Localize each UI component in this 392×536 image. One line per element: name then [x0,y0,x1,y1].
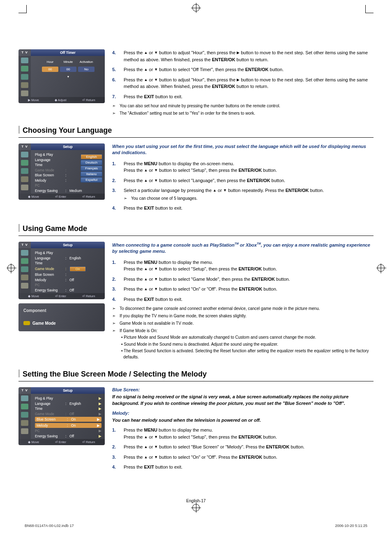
osd-menu-icon [21,90,28,96]
osd-setup-blue: T VSetup Plug & Play▶ Language:English▶ … [18,387,105,445]
timer-val: 00 [60,67,76,72]
step-number: 5. [112,66,118,73]
step-number: 4. [112,205,118,212]
step-text: Press the MENU button to display the men… [124,259,277,273]
note-text: If you display the TV menu in Game mode,… [120,313,247,319]
step-text: Press the ▲ or ▼ button to select "On" o… [124,454,277,461]
osd-menu-icon [21,58,28,63]
osd-setup-language: T VSetup Plug & Play Language Time Game … [18,143,105,200]
osd-foot-item: ⏎ Return [82,98,95,102]
step-text: Press the ▲ or ▼ button to select "Blue … [124,444,304,451]
timer-val: 00 [42,67,58,72]
section-intro: You can hear melody sound when the telev… [112,417,374,423]
step-number: 3. [112,286,118,293]
step-text: Press the ▲ or ▼ button to adjust "Hour"… [124,76,374,90]
osd-menu-icon [21,74,28,80]
section-intro: When connecting to a game console such a… [112,242,374,254]
step-text: Press the ▲ or ▼ button to select "Langu… [124,177,285,184]
lang-pill: Italiano [81,171,102,177]
step-number: 1. [112,160,118,174]
step-number: 4. [112,49,118,63]
timer-col: Hour [42,60,58,64]
step-text: Select a particular language by pressing… [124,187,324,201]
osd-foot-item: ◆ Adjust [55,98,67,102]
section-intro: If no signal is being received or the si… [112,394,374,407]
note-text: You can choose one of 5 languages. [131,196,197,201]
osd-menu-icon [21,66,28,72]
step-number: 3. [112,187,118,201]
step-text: Press the MENU button to display the on-… [124,160,277,174]
step-number: 3. [112,454,118,461]
lang-pill: Español [81,177,102,183]
osd-menu-icon [21,82,28,88]
step-number: 4. [112,464,118,471]
sub-heading: Melody: [112,411,374,416]
note-text: You can also set hour and minute by pres… [120,103,280,109]
note-arrow-icon: ➣ [112,111,115,116]
step-text: Press the EXIT button to exit. [124,205,182,212]
crop-mark-icon [365,5,374,13]
step-text: Press the EXIT button to exit. [124,296,182,303]
step-text: Press the EXIT button to exit. [124,464,182,471]
sub-heading: Blue Screen: [112,387,374,392]
note-text: To disconnect the game console and conne… [120,306,320,312]
step-number: 1. [112,427,118,440]
game-mode-label: Game Mode [32,321,56,326]
step-text: Press the EXIT button to exit. [124,93,182,100]
game-mode-panel: Component Game Mode [18,303,105,331]
note-arrow-icon: ➣ [112,103,115,109]
step-text: Press the ▲ or ▼ button to select "Game … [124,276,290,283]
lang-pill: Deutsch [81,160,102,165]
down-icon: ▼ [154,50,158,56]
step-text: Press the ▲ or ▼ button to adjust "Hour"… [124,49,374,63]
step-number: 2. [112,177,118,184]
lang-pill: Français [81,166,102,171]
registration-mark-icon [7,264,15,272]
note-text: Game Mode is not available in TV mode. [120,321,194,326]
step-number: 6. [112,76,118,90]
registration-mark-icon [192,504,200,511]
note-text: The "Activation" setting must be set to … [120,111,255,116]
timer-val: No [78,67,95,72]
section-heading: Using Game Mode [18,223,374,236]
timer-col: Activation [78,60,95,64]
step-number: 7. [112,93,118,100]
gamepad-icon [23,321,30,325]
section-heading: Setting the Blue Screen Mode / Selecting… [18,368,374,381]
osd-off-timer: T VOff Timer HourMinuteActivation 0000No… [18,49,105,103]
osd-setup-game: T VSetup Plug & Play Language:English Ti… [18,242,105,299]
component-label: Component [23,308,100,313]
step-number: 4. [112,296,118,303]
section-heading: Choosing Your Language [18,125,374,138]
step-text: Press the ▲ or ▼ button to select "On" o… [124,286,277,293]
step-text: Press the ▲ or ▼ button to select "Off T… [124,66,284,73]
note-text: If Game Mode is On: • Picture Mode and S… [120,328,374,360]
registration-mark-icon [377,264,385,272]
crop-mark-icon [18,5,27,13]
step-number: 1. [112,259,118,273]
osd-foot-item: ▶ Move [28,98,39,102]
step-number: 2. [112,444,118,451]
osd-title: Off Timer [31,49,105,56]
doc-footer: BN68-01147A-00-L02.indb 172006-10-20 5:1… [25,524,367,528]
section-intro: When you start using your set for the fi… [112,143,374,156]
step-text: Press the MENU button to display the men… [124,427,277,440]
lang-pill: English [81,154,102,159]
osd-tv-label: T V [18,49,31,56]
timer-col: Minute [60,60,76,64]
step-number: 2. [112,276,118,283]
